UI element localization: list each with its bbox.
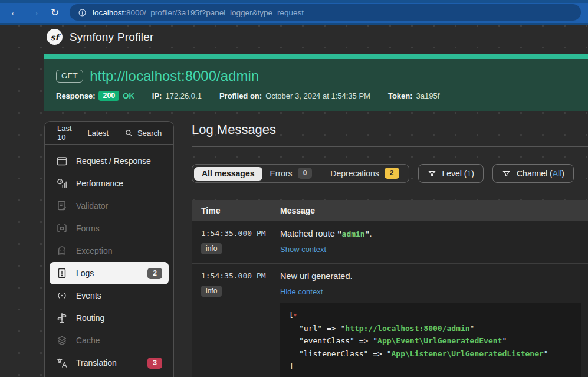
dump-entry: "url" => "http://localhost:8000/admin" bbox=[289, 322, 572, 335]
tab-separator bbox=[321, 168, 321, 179]
sidebar-tab-search[interactable]: Search bbox=[124, 129, 162, 137]
log-messages-table: Time Message 1:54:35.000 PM info Matched… bbox=[192, 200, 588, 377]
table-row: 1:54:35.000 PM info Matched route "admin… bbox=[192, 221, 588, 264]
request-url: http://localhost:8000/admin bbox=[90, 68, 259, 84]
broadcast-icon bbox=[56, 290, 68, 301]
sidebar-item-exception: Exception bbox=[50, 240, 169, 262]
log-level-badge: info bbox=[201, 286, 222, 297]
browser-reload-button[interactable]: ↻ bbox=[45, 6, 65, 19]
table-header: Time Message bbox=[192, 200, 588, 221]
errors-count-badge: 0 bbox=[298, 168, 313, 179]
tab-all-messages[interactable]: All messages bbox=[194, 167, 262, 181]
browser-back-button[interactable]: ← bbox=[5, 6, 25, 18]
title-divider bbox=[192, 146, 588, 147]
channel-filter-button[interactable]: Channel (All) bbox=[492, 164, 574, 183]
profiler-token: Token: 3a195f bbox=[388, 91, 439, 100]
site-info-icon[interactable] bbox=[78, 8, 87, 17]
context-dump: [▼ "url" => "http://localhost:8000/admin… bbox=[280, 303, 581, 377]
browser-toolbar: ← → ↻ localhost:8000/_profiler/3a195f?pa… bbox=[0, 0, 588, 25]
hide-context-link[interactable]: Hide context bbox=[280, 287, 323, 296]
ghost-icon bbox=[56, 245, 68, 257]
translation-icon bbox=[56, 357, 68, 369]
response-status: Response: 200 OK bbox=[56, 91, 134, 101]
tab-errors[interactable]: Errors 0 bbox=[262, 166, 320, 181]
sidebar-tab-latest[interactable]: Latest bbox=[88, 129, 109, 137]
sidebar-item-validator: Validator bbox=[50, 195, 169, 217]
performance-icon bbox=[56, 178, 68, 189]
request-summary-banner: GET http://localhost:8000/admin Response… bbox=[44, 59, 588, 111]
sidebar-item-forms: Forms bbox=[50, 217, 169, 240]
log-time: 1:54:35.000 PM bbox=[201, 271, 280, 280]
main-panel: Log Messages All messages Errors 0 Depre… bbox=[192, 122, 588, 377]
url-text: localhost:8000/_profiler/3a195f?panel=lo… bbox=[93, 8, 304, 17]
sidebar-item-translation[interactable]: Translation 3 bbox=[50, 352, 169, 374]
translation-count-badge: 3 bbox=[147, 358, 162, 369]
column-header-message: Message bbox=[280, 206, 588, 215]
funnel-icon bbox=[502, 169, 511, 178]
sidebar-item-request-response[interactable]: Request / Response bbox=[50, 150, 169, 172]
sidebar-tab-last10[interactable]: Last 10 bbox=[57, 124, 72, 142]
tab-deprecations[interactable]: Deprecations 2 bbox=[323, 166, 406, 181]
sidebar-item-performance[interactable]: Performance bbox=[50, 172, 169, 195]
http-method-badge: GET bbox=[56, 70, 83, 83]
page-title: Log Messages bbox=[192, 122, 588, 137]
dump-entry: "listenerClass" => "App\Listener\UrlGene… bbox=[289, 348, 572, 360]
log-message: Matched route "admin". bbox=[280, 229, 588, 238]
sidebar-item-events[interactable]: Events bbox=[50, 284, 169, 307]
profiler-sidebar: Last 10 Latest Search Request / Response bbox=[44, 121, 174, 377]
message-type-tabs: All messages Errors 0 Deprecations 2 bbox=[192, 164, 409, 183]
profiler-header: sf Symfony Profiler bbox=[47, 29, 154, 45]
log-document-icon bbox=[56, 267, 68, 279]
sidebar-item-logs[interactable]: Logs 2 bbox=[50, 262, 169, 284]
deprecations-count-badge: 2 bbox=[385, 168, 399, 179]
search-icon bbox=[124, 129, 133, 137]
app-title: Symfony Profiler bbox=[70, 31, 154, 44]
table-row: 1:54:35.000 PM info New url generated. H… bbox=[192, 264, 588, 377]
profiled-on: Profiled on: October 3, 2024 at 1:54:35 … bbox=[219, 91, 370, 100]
sidebar-item-cache: Cache bbox=[50, 329, 169, 352]
browser-forward-button[interactable]: → bbox=[25, 6, 45, 18]
request-ip: IP: 172.26.0.1 bbox=[152, 91, 202, 100]
layers-icon bbox=[56, 335, 68, 346]
dump-entry: "eventClass" => "App\Event\UrlGeneratedE… bbox=[289, 335, 572, 348]
sidebar-item-routing[interactable]: Routing bbox=[50, 307, 169, 329]
browser-address-bar[interactable]: localhost:8000/_profiler/3a195f?panel=lo… bbox=[70, 4, 581, 21]
log-message: New url generated. bbox=[280, 271, 588, 281]
forms-icon bbox=[56, 222, 68, 234]
banner-accent-bar bbox=[44, 54, 588, 59]
log-level-badge: info bbox=[201, 243, 222, 254]
status-code-badge: 200 bbox=[98, 91, 119, 101]
symfony-logo-icon: sf bbox=[47, 29, 63, 45]
level-filter-button[interactable]: Level (1) bbox=[418, 164, 484, 183]
signpost-icon bbox=[56, 312, 68, 324]
column-header-time: Time bbox=[192, 206, 280, 215]
funnel-icon bbox=[428, 169, 436, 178]
logs-count-badge: 2 bbox=[147, 268, 162, 279]
dump-toggle-icon[interactable]: ▼ bbox=[294, 312, 297, 318]
show-context-link[interactable]: Show context bbox=[280, 245, 326, 254]
validator-icon bbox=[56, 200, 68, 212]
log-time: 1:54:35.000 PM bbox=[201, 229, 280, 238]
window-icon bbox=[56, 155, 68, 167]
